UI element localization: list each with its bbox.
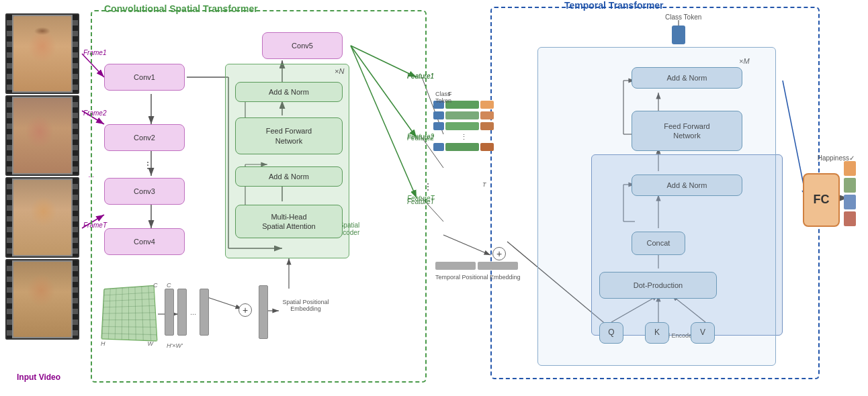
input-video-label: Input Video <box>17 373 60 382</box>
output-bars <box>844 161 856 226</box>
conv3-block: Conv3 <box>104 178 185 205</box>
embedded-column <box>259 285 268 339</box>
feature-sequence: ⋮ <box>433 101 494 154</box>
temporal-pos-emb-bars <box>435 262 518 270</box>
ffn-spatial: Feed ForwardNetwork <box>235 117 343 154</box>
film-strip <box>5 13 79 369</box>
class-token-bar <box>672 26 685 44</box>
temporal-pos-emb-label: Temporal Positional Embedding <box>435 274 521 281</box>
temporal-xM-area <box>537 47 776 366</box>
column-bars: ... <box>165 289 209 336</box>
feature1-text: Feature1 <box>407 72 434 80</box>
add-norm-spatial-2: Add & Norm <box>235 82 343 102</box>
temporal-pos-plus: + <box>492 247 506 260</box>
cst-title: Convolutional Spatial Transformer <box>104 3 258 14</box>
HxW-label: H'×W' <box>167 342 183 349</box>
featureT-text: FeatureT <box>407 198 435 205</box>
conv1-block: Conv1 <box>104 64 185 91</box>
add-norm-spatial-1: Add & Norm <box>235 166 343 187</box>
tt-title: Temporal Transformer <box>564 0 664 11</box>
T-label: T <box>482 181 486 188</box>
happiness-label: Happiness✓ <box>818 154 855 162</box>
feature-dots: ⋮ <box>423 181 433 192</box>
conv5-block: Conv5 <box>262 32 343 59</box>
xN-label: ×N <box>335 67 344 75</box>
svg-line-30 <box>443 235 490 255</box>
patch-grid: H W <box>101 285 155 339</box>
C-label: C <box>167 282 171 289</box>
spatial-pos-emb-label: Spatial Positional Embedding <box>279 299 333 312</box>
class-token-top: Class Token <box>665 13 701 21</box>
conv4-block: Conv4 <box>104 228 185 255</box>
multi-head-attention: Multi-HeadSpatial Attention <box>235 205 343 238</box>
W-label: W <box>148 340 154 347</box>
film-frame-2 <box>5 95 79 176</box>
conv-dots: ⋮ <box>143 160 153 170</box>
plus-symbol: + <box>238 303 252 317</box>
film-frame-1 <box>5 13 79 94</box>
film-frame-4 <box>5 259 79 340</box>
conv2-block: Conv2 <box>104 124 185 151</box>
film-frame-3 <box>5 177 79 258</box>
H-label: H <box>101 340 105 347</box>
C-patch-label: C <box>153 282 158 289</box>
fc-box: FC <box>803 173 840 227</box>
feature2-text: Feature2 <box>407 134 434 142</box>
F-label: F <box>448 91 452 97</box>
